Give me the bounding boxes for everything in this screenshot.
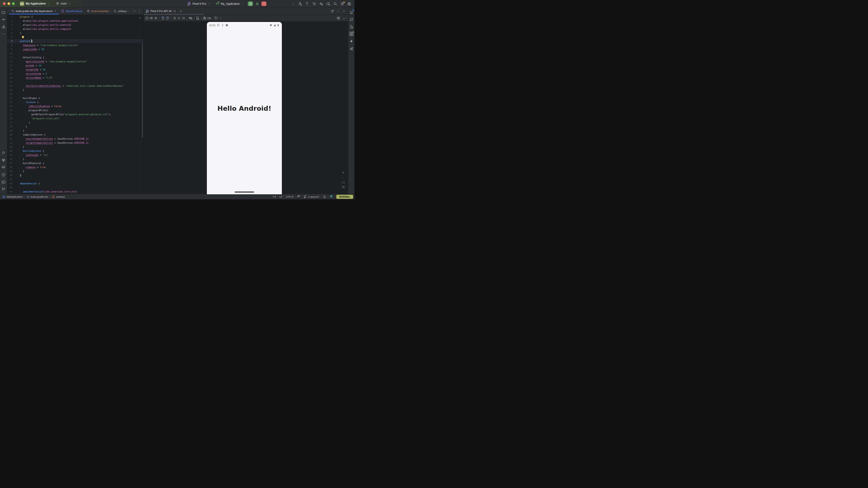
tool-bell[interactable] bbox=[349, 9, 354, 15]
vim-mode-badge[interactable]: NORMAL bbox=[336, 195, 353, 199]
emulator-overview-icon[interactable] bbox=[182, 16, 185, 20]
code-line[interactable]: 8 namespace = "com.example.myapplication… bbox=[7, 43, 144, 47]
unlock-icon[interactable] bbox=[323, 195, 326, 198]
emulator-check-green-icon[interactable] bbox=[342, 17, 346, 20]
line-separator[interactable]: LF bbox=[279, 195, 282, 198]
emulator-ui-check-icon[interactable] bbox=[337, 17, 340, 20]
code-line[interactable]: 31 sourceCompatibility = JavaVersion.VER… bbox=[7, 137, 144, 141]
tool-elephant[interactable] bbox=[349, 17, 354, 22]
code-line[interactable]: 25 getDefaultProguardFile("proguard-andr… bbox=[7, 112, 144, 116]
editor-tab-0[interactable]: Kbuild.gradle.kts (My Application) bbox=[9, 7, 59, 14]
quickfix-bulb-icon[interactable] bbox=[22, 36, 24, 38]
panel-options-icon[interactable] bbox=[336, 9, 340, 13]
emulator-reset-icon[interactable] bbox=[214, 16, 218, 20]
code-line[interactable]: 2 alias(libs.plugins.android.application… bbox=[7, 19, 144, 23]
code-line[interactable]: 4 alias(libs.plugins.kotlin.compose) bbox=[7, 27, 144, 31]
tool-structure[interactable] bbox=[1, 24, 6, 29]
code-line[interactable]: 15 versionCode = 1 bbox=[7, 72, 144, 76]
search-icon[interactable] bbox=[333, 2, 337, 6]
tool-problems[interactable] bbox=[1, 172, 6, 177]
emulator-kebab-v-icon[interactable] bbox=[219, 16, 222, 20]
indent-setting[interactable]: 2 spaces* bbox=[303, 195, 319, 198]
emulator-screen[interactable]: 10:20 A Hello Android! bbox=[206, 22, 282, 194]
tool-plane[interactable] bbox=[349, 46, 354, 51]
build-list-icon[interactable] bbox=[312, 2, 316, 6]
code-line[interactable]: 42dependencies { bbox=[7, 182, 144, 186]
device-selector[interactable]: Pixel 9 Pro bbox=[187, 2, 211, 6]
code-line[interactable]: 38 compose = true bbox=[7, 165, 144, 169]
caret-position[interactable]: 7:9 bbox=[272, 195, 276, 198]
ai-assistant-off-icon[interactable] bbox=[297, 195, 300, 198]
emulator-rotate-right-icon[interactable] bbox=[166, 16, 169, 20]
code-line[interactable]: 37 buildFeatures { bbox=[7, 161, 144, 165]
code-line[interactable]: 36 } bbox=[7, 157, 144, 161]
code-line[interactable]: 9 compileSdk = 36 bbox=[7, 47, 144, 51]
code-editor[interactable]: 1plugins {2 alias(libs.plugins.android.a… bbox=[7, 15, 144, 194]
rerun-app-button[interactable] bbox=[248, 1, 253, 6]
tool-folder[interactable] bbox=[1, 9, 6, 15]
stop-app-button[interactable] bbox=[261, 1, 267, 6]
code-line[interactable]: 29 } bbox=[7, 129, 144, 133]
gesture-navigation-bar[interactable] bbox=[235, 192, 254, 193]
code-line[interactable]: 26 "proguard-rules.pro" bbox=[7, 116, 144, 121]
emulator-volume-up-icon[interactable] bbox=[150, 16, 153, 20]
editor-tab-2[interactable]: local.properties bbox=[85, 7, 111, 14]
code-line[interactable]: 7android { bbox=[7, 39, 144, 43]
code-line[interactable]: 41 bbox=[7, 177, 144, 182]
emulator-volume-down-icon[interactable] bbox=[154, 16, 158, 20]
hidden-tabs-icon[interactable] bbox=[133, 9, 136, 13]
emulator-rotate-left-icon[interactable] bbox=[161, 16, 165, 20]
code-line[interactable]: 10 bbox=[7, 51, 144, 55]
float-window-icon[interactable] bbox=[331, 9, 334, 13]
code-line[interactable]: 35 jvmTarget = "11" bbox=[7, 153, 144, 157]
close-window-button[interactable] bbox=[3, 2, 6, 5]
zoom-ratio-label[interactable]: 1:1 bbox=[342, 181, 345, 184]
run-configuration-selector[interactable]: My_Application bbox=[215, 2, 244, 6]
tool-logcat[interactable] bbox=[1, 165, 6, 170]
close-icon[interactable] bbox=[173, 9, 176, 13]
code-line[interactable]: 39 } bbox=[7, 169, 144, 173]
code-line[interactable]: 28 } bbox=[7, 125, 144, 129]
tool-hammer[interactable] bbox=[1, 150, 6, 156]
file-encoding[interactable]: UTF-8 bbox=[286, 195, 293, 198]
vcs-branch-selector[interactable]: main bbox=[56, 2, 71, 5]
emulator-camera-icon[interactable] bbox=[203, 16, 206, 20]
code-line[interactable]: 32 targetCompatibility = JavaVersion.VER… bbox=[7, 141, 144, 145]
code-line[interactable]: 3 alias(libs.plugins.kotlin.android) bbox=[7, 23, 144, 27]
fit-screen-icon[interactable] bbox=[342, 185, 345, 189]
build-hammer-icon[interactable] bbox=[298, 2, 302, 6]
code-line[interactable]: 27 ) bbox=[7, 121, 144, 125]
project-selector[interactable]: MA My Application bbox=[20, 2, 50, 6]
close-tab-icon[interactable] bbox=[54, 9, 57, 12]
more-actions-button[interactable] bbox=[291, 2, 295, 6]
emulator-power-icon[interactable] bbox=[145, 16, 149, 20]
breadcrumb-item[interactable]: Kbuild.gradle.kts bbox=[26, 195, 48, 198]
code-line[interactable]: 5} bbox=[7, 31, 144, 35]
editor-tab-3[interactable]: Ksettings.g bbox=[111, 7, 131, 14]
hide-panel-icon[interactable] bbox=[342, 9, 345, 13]
tool-sparkle[interactable] bbox=[349, 38, 354, 44]
device-tab[interactable]: Pixel 9 Pro API 34 bbox=[146, 9, 176, 13]
tab-options-icon[interactable] bbox=[138, 9, 141, 13]
gradle-sync-icon[interactable] bbox=[326, 2, 330, 6]
code-line[interactable]: 22 release { bbox=[7, 100, 144, 104]
settings-gear-icon[interactable] bbox=[340, 2, 344, 6]
tool-device-manager[interactable] bbox=[349, 24, 354, 29]
tool-git-branch[interactable] bbox=[1, 186, 6, 192]
tool-more-h[interactable] bbox=[1, 31, 6, 37]
code-line[interactable]: 11 defaultConfig { bbox=[7, 55, 144, 59]
breadcrumb-item[interactable]: MyApplication bbox=[2, 195, 23, 198]
code-line[interactable]: 33 } bbox=[7, 145, 144, 149]
sync-a-icon[interactable]: A bbox=[305, 2, 309, 6]
code-line[interactable]: 40} bbox=[7, 173, 144, 177]
code-line[interactable]: 1plugins { bbox=[7, 15, 144, 19]
code-line[interactable]: 23 isMinifyEnabled = false bbox=[7, 104, 144, 108]
code-line[interactable]: 19 } bbox=[7, 88, 144, 92]
tool-terminal[interactable] bbox=[1, 179, 6, 185]
debug-app-button[interactable] bbox=[255, 2, 259, 6]
tool-running-devices[interactable] bbox=[349, 31, 354, 37]
code-line[interactable]: 16 versionName = "1.0" bbox=[7, 76, 144, 80]
code-line[interactable]: 6 bbox=[7, 35, 144, 39]
emulator-device-settings-icon[interactable] bbox=[196, 16, 199, 20]
code-line[interactable]: 18 testInstrumentationRunner = "androidx… bbox=[7, 84, 144, 88]
